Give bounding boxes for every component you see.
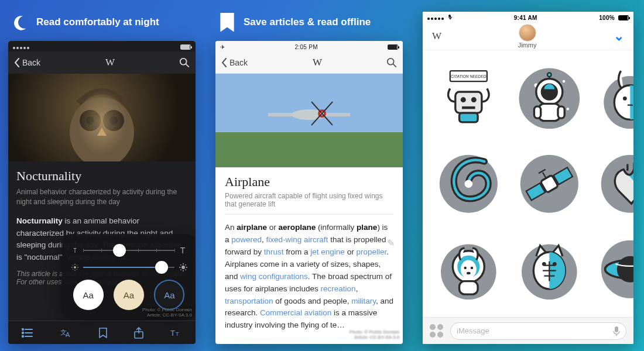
chevron-down-icon[interactable]: ⌄ xyxy=(614,29,624,44)
status-time: 9:41 AM xyxy=(514,15,537,21)
panel2-promo: Save articles & read offline xyxy=(219,14,410,30)
text-size-small-icon: T xyxy=(71,247,78,254)
toc-icon[interactable] xyxy=(22,328,33,338)
signal-icon: ᯤ xyxy=(427,15,452,21)
sticker-spiral-galaxy[interactable] xyxy=(431,146,506,221)
back-button[interactable]: Back xyxy=(14,58,40,67)
svg-point-1 xyxy=(70,97,134,161)
panel1-promo: Read comfortably at night xyxy=(12,14,203,30)
sticker-citation-needed-robot[interactable]: CITATION NEEDED xyxy=(431,61,506,136)
imessage-input-bar: iMessage xyxy=(423,317,633,344)
article-hero-image xyxy=(215,74,403,167)
sticker-satellite[interactable] xyxy=(512,146,587,221)
svg-point-26 xyxy=(460,97,465,102)
sticker-astronaut[interactable] xyxy=(512,61,587,136)
reader-settings-popover: T T xyxy=(62,234,196,318)
svg-point-57 xyxy=(470,266,473,269)
navbar: Back W xyxy=(215,51,403,74)
sticker-anatomical-heart[interactable] xyxy=(592,146,633,221)
sun-small-icon xyxy=(71,264,78,271)
text-size-large-icon: T xyxy=(179,246,186,255)
appearance-icon[interactable]: TT xyxy=(170,328,182,338)
navbar: Back W xyxy=(8,51,196,74)
svg-rect-59 xyxy=(459,281,478,294)
article-body-dark: Nocturnality Animal behavior characteriz… xyxy=(8,161,196,344)
theme-light[interactable]: Aa xyxy=(73,280,104,310)
svg-point-55 xyxy=(460,260,476,278)
translate-icon[interactable]: 文A xyxy=(60,328,72,338)
svg-point-9 xyxy=(22,328,23,329)
svg-point-34 xyxy=(566,108,569,111)
svg-point-17 xyxy=(388,58,394,64)
panel1-promo-text: Read comfortably at night xyxy=(36,16,159,28)
wikipedia-logo-icon[interactable]: W xyxy=(313,57,321,68)
svg-point-0 xyxy=(180,58,187,65)
theme-sepia[interactable]: Aa xyxy=(114,280,144,310)
sticker-xray-cat[interactable] xyxy=(512,232,587,307)
bookmark-icon[interactable] xyxy=(99,328,107,338)
chevron-left-icon xyxy=(14,58,20,67)
status-time: 2:05 PM xyxy=(294,44,317,50)
battery-icon xyxy=(388,44,398,50)
link-propeller[interactable]: propeller xyxy=(356,247,386,256)
brightness-slider[interactable] xyxy=(71,263,186,271)
svg-text:T: T xyxy=(176,331,179,337)
link-transportation[interactable]: transportation xyxy=(225,297,273,305)
svg-point-56 xyxy=(464,266,467,269)
text-size-slider[interactable]: T T xyxy=(71,246,186,255)
link-fixed-wing[interactable]: fixed-wing aircraft xyxy=(266,235,328,244)
statusbar xyxy=(8,41,196,51)
chevron-left-icon xyxy=(221,58,227,67)
svg-point-5 xyxy=(109,116,118,125)
apps-button[interactable] xyxy=(430,324,443,338)
phone-light: ✈︎ 2:05 PM Back W xyxy=(215,41,403,344)
wifi-icon: ᯤ xyxy=(448,15,451,17)
link-military[interactable]: military xyxy=(351,297,376,305)
article-paragraph: An airplane or aeroplane (informally pla… xyxy=(225,222,393,332)
link-thrust[interactable]: thrust xyxy=(264,247,284,256)
contact-avatar[interactable] xyxy=(519,24,536,42)
svg-rect-37 xyxy=(539,104,560,121)
wikipedia-app-icon[interactable]: W xyxy=(432,30,441,42)
wikipedia-logo-icon[interactable]: W xyxy=(105,57,114,68)
svg-rect-39 xyxy=(558,106,564,118)
article-summary: Powered aircraft capable of flight using… xyxy=(225,192,393,215)
link-jet-engine[interactable]: jet engine xyxy=(310,247,345,256)
article-summary: Animal behavior characterized by activit… xyxy=(16,187,187,207)
contact-name: Jimmy xyxy=(518,42,537,49)
svg-text:CITATION NEEDED: CITATION NEEDED xyxy=(451,74,487,78)
message-field[interactable]: iMessage xyxy=(450,322,626,340)
article-title: Airplane xyxy=(225,174,393,190)
article-toolbar: 文A TT xyxy=(8,321,196,344)
svg-marker-6 xyxy=(97,128,107,136)
signal-icon xyxy=(13,44,30,50)
svg-rect-28 xyxy=(462,106,475,109)
svg-point-4 xyxy=(86,116,94,125)
search-icon[interactable] xyxy=(179,57,190,68)
svg-text:T: T xyxy=(170,329,175,338)
sticker-space-dog[interactable] xyxy=(431,232,506,307)
svg-point-2 xyxy=(80,110,101,131)
svg-text:A: A xyxy=(66,331,70,338)
link-recreation[interactable]: recreation xyxy=(321,284,356,293)
link-commercial-aviation[interactable]: Commercial aviation xyxy=(260,308,331,317)
search-icon[interactable] xyxy=(386,57,397,68)
sticker-rabbit[interactable] xyxy=(592,61,633,136)
svg-point-58 xyxy=(467,272,471,275)
edit-icon[interactable]: ✎ xyxy=(387,238,395,249)
moon-icon xyxy=(12,14,28,30)
theme-dark[interactable]: Aa xyxy=(154,280,184,310)
svg-rect-18 xyxy=(215,74,403,132)
link-powered[interactable]: powered xyxy=(231,235,262,244)
sticker-black-hole[interactable] xyxy=(592,232,633,307)
microphone-icon[interactable] xyxy=(613,326,620,336)
share-icon[interactable] xyxy=(134,327,143,339)
sticker-grid: CITATION NEEDED xyxy=(423,50,633,317)
svg-point-63 xyxy=(553,262,557,266)
phone-dark: Back W Nocturnality Animal behavior char… xyxy=(8,41,196,344)
svg-rect-25 xyxy=(455,92,481,113)
back-button[interactable]: Back xyxy=(221,58,248,67)
link-wing-configurations[interactable]: wing configurations xyxy=(240,272,308,281)
svg-point-8 xyxy=(181,266,185,269)
sun-large-icon xyxy=(179,263,186,271)
